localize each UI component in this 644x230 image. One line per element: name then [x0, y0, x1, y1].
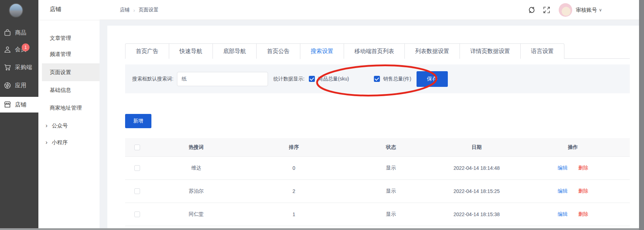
breadcrumb: 店铺 › 页面设置	[120, 0, 159, 20]
tab-home-notice[interactable]: 首页公告	[256, 43, 300, 59]
table-row: 维达 0 显示 2022-04-14 18:14:48 编辑 删除	[125, 157, 630, 180]
workspace-avatar[interactable]	[9, 3, 23, 17]
divider	[38, 20, 100, 20]
save-button[interactable]: 保存	[417, 71, 448, 87]
default-search-word-label: 搜索框默认搜索词:	[132, 76, 173, 82]
column-header-date: 日期	[437, 144, 516, 151]
fullscreen-icon[interactable]	[543, 6, 551, 14]
row-checkbox[interactable]	[134, 188, 140, 194]
cell-sort: 2	[243, 188, 345, 194]
delete-link[interactable]: 删除	[578, 188, 588, 194]
cell-status: 显示	[345, 211, 437, 218]
apps-icon	[3, 81, 12, 90]
checkbox-label: 商品总量(sku)	[318, 76, 349, 82]
checkbox-label: 销售总量(件)	[383, 76, 411, 82]
tab-language-settings[interactable]: 语言设置	[520, 43, 564, 59]
primary-sidebar: 商品 会员 1 采购端 应用	[0, 0, 38, 230]
chevron-down-icon: ∨	[599, 7, 602, 12]
secondary-sidebar: 店铺 文章管理 频道管理 页面设置 基础信息 商家地址管理 › 公众号 › 小程…	[38, 0, 100, 230]
checkbox-checked-icon[interactable]	[309, 76, 315, 82]
menu-item-page-settings[interactable]: 页面设置	[42, 63, 100, 81]
row-checkbox[interactable]	[134, 211, 140, 217]
stats-display-label: 统计数据显示:	[273, 76, 305, 82]
select-all-checkbox[interactable]	[134, 145, 140, 150]
topbar: 店铺 › 页面设置 审核账号 ∨	[100, 0, 644, 20]
cell-hot-word: 苏泊尔	[149, 188, 243, 194]
edit-link[interactable]: 编辑	[558, 165, 568, 171]
notification-badge: 1	[22, 43, 29, 51]
add-button[interactable]: 新增	[125, 114, 151, 128]
cell-status: 显示	[345, 188, 437, 194]
chevron-right-icon: ›	[45, 118, 48, 134]
cell-date: 2022-04-14 18:15:25	[437, 188, 516, 194]
tab-mobile-home-list[interactable]: 移动端首页列表	[344, 43, 404, 59]
refresh-icon[interactable]	[528, 6, 536, 14]
cart-icon	[3, 63, 12, 72]
cell-hot-word: 同仁堂	[149, 211, 243, 218]
column-header-status: 状态	[345, 144, 437, 151]
app-window: 商品 会员 1 采购端 应用	[0, 0, 644, 230]
tab-home-ads[interactable]: 首页广告	[125, 43, 169, 59]
sidebar-item-members[interactable]: 会员 1	[0, 42, 38, 57]
account-avatar[interactable]	[559, 3, 572, 17]
tab-search-settings[interactable]: 搜索设置	[300, 43, 344, 59]
column-header-actions: 操作	[516, 144, 630, 151]
account-name: 审核账号	[576, 7, 597, 14]
sidebar-item-goods[interactable]: 商品	[0, 25, 38, 41]
cell-sort: 0	[243, 165, 345, 171]
menu-item-basic-info[interactable]: 基础信息	[38, 82, 100, 98]
vertical-scrollbar[interactable]	[639, 0, 644, 230]
checkbox-sku-total[interactable]: 商品总量(sku)	[309, 76, 349, 82]
checkbox-checked-icon[interactable]	[374, 76, 380, 82]
tab-bottom-nav[interactable]: 底部导航	[213, 43, 256, 59]
sidebar-item-procurement[interactable]: 采购端	[0, 59, 38, 75]
shop-icon	[3, 100, 12, 109]
cell-hot-word: 维达	[149, 165, 243, 171]
breadcrumb-separator-icon: ›	[133, 7, 135, 13]
sidebar-item-label: 商品	[15, 29, 26, 37]
user-icon	[3, 45, 12, 54]
row-checkbox[interactable]	[134, 165, 140, 171]
sidebar-item-shop[interactable]: 店铺	[0, 97, 38, 113]
cell-status: 显示	[345, 165, 437, 171]
checkbox-sales-total[interactable]: 销售总量(件)	[374, 76, 411, 82]
cell-date: 2022-04-14 18:14:48	[437, 165, 516, 171]
column-header-sort: 排序	[243, 144, 345, 151]
tab-quick-nav[interactable]: 快速导航	[169, 43, 213, 59]
secondary-sidebar-title: 店铺	[50, 6, 61, 13]
table-row: 同仁堂 1 显示 2022-04-14 18:15:38 编辑 删除	[125, 203, 630, 226]
menu-item-channel-management[interactable]: 频道管理	[38, 46, 100, 62]
tab-list-data-settings[interactable]: 列表数据设置	[404, 43, 460, 59]
hot-search-table: 热搜词 排序 状态 日期 操作 维达 0 显示 2022-04-14 18:14…	[125, 138, 630, 226]
menu-item-article-management[interactable]: 文章管理	[38, 30, 100, 46]
sidebar-item-label: 店铺	[15, 101, 26, 109]
sidebar-item-label: 采购端	[15, 64, 32, 71]
account-menu[interactable]: 审核账号 ∨	[576, 0, 602, 20]
menu-item-merchant-address[interactable]: 商家地址管理	[38, 100, 100, 116]
edit-link[interactable]: 编辑	[558, 211, 568, 217]
tab-bar: 首页广告 快速导航 底部导航 首页公告 搜索设置 移动端首页列表 列表数据设置 …	[125, 43, 630, 59]
content-card: 首页广告 快速导航 底部导航 首页公告 搜索设置 移动端首页列表 列表数据设置 …	[107, 26, 639, 228]
breadcrumb-item-shop[interactable]: 店铺	[120, 7, 130, 13]
delete-link[interactable]: 删除	[578, 211, 588, 217]
search-settings-panel: 搜索框默认搜索词: 统计数据显示: 商品总量(sku) 销售总量(件) 保存	[125, 64, 630, 93]
table-row: 苏泊尔 2 显示 2022-04-14 18:15:25 编辑 删除	[125, 180, 630, 203]
bag-icon	[3, 28, 12, 37]
cell-date: 2022-04-14 18:15:38	[437, 211, 516, 217]
sidebar-item-label: 应用	[15, 82, 26, 89]
column-header-hot-word: 热搜词	[149, 144, 243, 151]
content-background: 首页广告 快速导航 底部导航 首页公告 搜索设置 移动端首页列表 列表数据设置 …	[100, 20, 644, 230]
tab-detail-data-settings[interactable]: 详情页数据设置	[460, 43, 520, 59]
edit-link[interactable]: 编辑	[558, 188, 568, 194]
chevron-right-icon: ›	[45, 135, 48, 150]
cell-sort: 1	[243, 211, 345, 217]
menu-item-official-account[interactable]: › 公众号	[38, 118, 100, 134]
delete-link[interactable]: 删除	[578, 165, 588, 171]
table-header-row: 热搜词 排序 状态 日期 操作	[125, 138, 630, 157]
breadcrumb-item-page-settings: 页面设置	[139, 7, 159, 13]
sidebar-item-apps[interactable]: 应用	[0, 78, 38, 93]
menu-item-mini-program[interactable]: › 小程序	[38, 135, 100, 150]
horizontal-scrollbar[interactable]	[0, 228, 639, 230]
default-search-word-input[interactable]	[177, 72, 268, 86]
